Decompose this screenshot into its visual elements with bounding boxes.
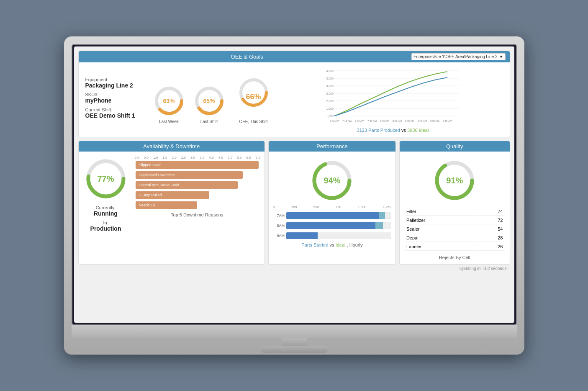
donut-last-shift: 65% Last Shift (193, 84, 226, 124)
h-bar-9am-track (286, 232, 391, 239)
vs-text: vs (330, 242, 336, 247)
legend-vs: vs (401, 128, 407, 133)
svg-text:7:00 AM: 7:00 AM (329, 120, 339, 122)
shift-value: OEE Demo Shift 1 (85, 112, 144, 119)
sku-value: myPhone (85, 97, 144, 104)
h-bar-9am-label: 9AM (273, 234, 285, 238)
h-bar-8am-fill (286, 222, 375, 229)
donut-last-week-label: Last Week (152, 119, 186, 124)
quality-cell-name: Sealer (405, 225, 476, 233)
quality-panel-header: Quality (400, 141, 510, 152)
availability-right: 0.00.51.01.52.0 2.53.03.54.04.5 5.05.56.… (134, 156, 260, 232)
legend-perf-ideal: Ideal (336, 242, 346, 247)
svg-text:7:30 AM: 7:30 AM (354, 120, 364, 122)
quality-cell-name: Labeler (405, 243, 476, 251)
donut-last-shift-label: Last Shift (193, 119, 226, 124)
svg-text:8:00 AM: 8:00 AM (380, 120, 389, 122)
quality-table-row: Filler74 (405, 208, 505, 216)
svg-text:2,500: 2,500 (326, 92, 334, 95)
status-label-currently: Currently: (96, 205, 116, 210)
h-bar-7am-label: 7AM (273, 214, 285, 218)
quality-cell-value: 26 (477, 243, 504, 251)
monitor-base (72, 325, 517, 338)
bar-control-arm: Control Arm Servo Fault (136, 181, 238, 189)
h-bar-8am-fill2 (375, 222, 383, 229)
h-bar-7am-fill (286, 212, 379, 219)
bar-row-4: E-Stop Pulled (136, 191, 259, 199)
h-bar-7am: 7AM (273, 212, 391, 219)
bar-chart-area: Slipped Gear Unplanned Downtime Control … (134, 161, 260, 209)
bottom-row: Availability & Downtime 77% (78, 141, 510, 265)
availability-panel: Availability & Downtime 77% (78, 141, 265, 265)
bar-estop-pulled: E-Stop Pulled (136, 191, 210, 199)
status-value-running: Running (94, 210, 118, 217)
perf-chart-title: Parts Started vs Ideal , Hourly (273, 242, 391, 247)
legend-parts-started: Parts Started (301, 242, 328, 247)
status-bar-text: Updating in: 162 seconds (460, 266, 507, 271)
equipment-label: Equipment: (85, 77, 144, 82)
quality-body: 91% Filler74Palletizer72Sealer54Depal28L… (400, 152, 510, 264)
legend-parts-produced: 3123 Parts Produced (357, 128, 400, 133)
bar-slipped-gear: Slipped Gear (136, 161, 259, 169)
bar-row-1: Slipped Gear (136, 161, 259, 169)
svg-text:2,000: 2,000 (326, 100, 334, 103)
stand-base (261, 346, 328, 353)
oee-goals-panel: OEE & Goals Enterprise\Site 1\OEE Area\P… (78, 51, 510, 137)
quality-donut: 91% (431, 157, 478, 203)
bar-row-3: Control Arm Servo Fault (136, 181, 259, 189)
legend-ideal: 3936 Ideal (407, 128, 429, 133)
quality-cell-value: 74 (477, 208, 504, 216)
quality-cell-value: 54 (477, 225, 504, 233)
equipment-value: Packaging Line 2 (85, 82, 144, 89)
location-dropdown[interactable]: Enterprise\Site 1\OEE Area\Packaging Lin… (411, 53, 506, 60)
performance-panel-header: Performance (269, 141, 395, 152)
stand-neck (282, 338, 307, 346)
svg-text:8:15 AM: 8:15 AM (392, 120, 401, 122)
svg-text:1,000: 1,000 (326, 115, 334, 118)
equipment-info: Equipment: Packaging Line 2 SKU#: myPhon… (85, 77, 144, 122)
availability-panel-title: Availability & Downtime (83, 143, 260, 149)
svg-text:3,500: 3,500 (326, 77, 334, 80)
quality-pct: 91% (446, 176, 463, 185)
sku-label: SKU#: (85, 92, 144, 97)
quality-table-row: Labeler26 (405, 243, 505, 251)
availability-donut: 77% (83, 156, 129, 202)
performance-panel-title: Performance (273, 143, 391, 149)
bar-chart-title: Top 5 Downtime Reasons (134, 212, 260, 217)
perf-axis: 02505007501,0001,250 (273, 205, 391, 209)
quality-panel-title: Quality (404, 143, 506, 149)
performance-panel: Performance 94% 02505 (268, 141, 396, 265)
svg-text:9:00 AM: 9:00 AM (430, 120, 439, 122)
quality-table-row: Palletizer72 (405, 216, 505, 224)
oee-line-chart: 4,000 3,500 3,000 2,500 2,000 1,500 1,00… (283, 67, 503, 133)
h-bar-7am-fill2 (379, 212, 385, 219)
performance-pct: 94% (324, 176, 340, 185)
h-bar-9am-fill (286, 232, 318, 239)
hourly-text: , Hourly (347, 242, 363, 247)
bar-needs-oil: Needs Oil (136, 201, 197, 209)
quality-table-row: Sealer54 (405, 225, 505, 233)
h-bar-8am-track (286, 222, 391, 229)
svg-text:1,500: 1,500 (326, 107, 334, 110)
quality-table: Filler74Palletizer72Sealer54Depal28Label… (404, 207, 506, 252)
donut-this-shift-label: OEE, This Shift (233, 119, 275, 124)
svg-text:9:15 AM: 9:15 AM (442, 120, 452, 122)
quality-cell-name: Filler (405, 208, 476, 216)
h-bar-8am: 8AM (273, 222, 391, 229)
screen-content: OEE & Goals Enterprise\Site 1\OEE Area\P… (74, 46, 514, 323)
availability-left: 77% Currently: Running In: Production (83, 156, 129, 232)
chevron-down-icon: ▼ (499, 54, 503, 59)
performance-donut: 94% (309, 157, 355, 203)
donut-last-week-pct: 63% (163, 98, 175, 104)
monitor-shell: OEE & Goals Enterprise\Site 1\OEE Area\P… (64, 36, 524, 355)
h-bar-9am: 9AM (273, 232, 391, 239)
status-bar: Updating in: 162 seconds (78, 265, 510, 271)
availability-pct: 77% (97, 174, 114, 184)
status-value-production: Production (90, 225, 121, 232)
quality-panel: Quality 91% Filler74P (399, 141, 510, 265)
oee-panel-title: OEE & Goals (83, 54, 411, 60)
quality-cell-value: 72 (477, 216, 504, 224)
location-dropdown-label: Enterprise\Site 1\OEE Area\Packaging Lin… (413, 54, 498, 59)
oee-panel-header: OEE & Goals Enterprise\Site 1\OEE Area\P… (79, 51, 510, 62)
quality-table-row: Depal28 (405, 234, 505, 242)
